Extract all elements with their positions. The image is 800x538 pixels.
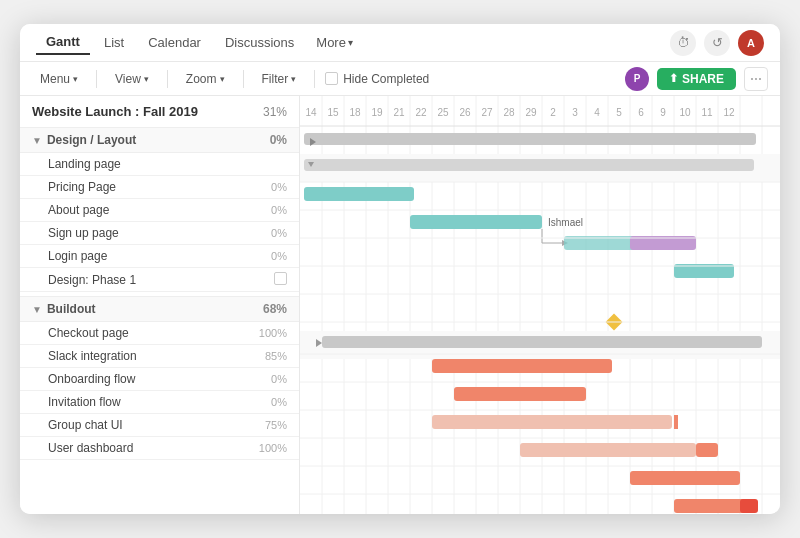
task-user-dashboard[interactable]: User dashboard 100% [20, 437, 299, 460]
svg-rect-43 [304, 133, 756, 145]
task-checkout-pct: 100% [259, 327, 287, 339]
svg-text:21: 21 [393, 107, 405, 118]
tab-more[interactable]: More ▾ [308, 31, 361, 54]
task-signup-pct: 0% [271, 227, 287, 239]
hide-completed-toggle[interactable]: Hide Completed [325, 72, 429, 86]
svg-text:14: 14 [305, 107, 317, 118]
svg-text:27: 27 [481, 107, 493, 118]
group-buildout[interactable]: ▼ Buildout 68% [20, 296, 299, 322]
svg-text:18: 18 [349, 107, 361, 118]
menu-button[interactable]: Menu ▾ [32, 69, 86, 89]
toolbar-divider-3 [243, 70, 244, 88]
task-slack[interactable]: Slack integration 85% [20, 345, 299, 368]
group-buildout-label: ▼ Buildout [32, 302, 96, 316]
task-group-chat[interactable]: Group chat UI 75% [20, 414, 299, 437]
svg-rect-62 [432, 359, 612, 373]
tab-discussions[interactable]: Discussions [215, 31, 304, 54]
svg-text:2: 2 [550, 107, 556, 118]
svg-rect-48 [304, 187, 414, 201]
svg-rect-65 [674, 415, 678, 429]
top-nav-right: ⏱ ↺ A [670, 30, 764, 56]
top-nav: Gantt List Calendar Discussions More ▾ ⏱… [20, 24, 780, 62]
svg-rect-68 [630, 471, 740, 485]
task-onboarding[interactable]: Onboarding flow 0% [20, 368, 299, 391]
task-login[interactable]: Login page 0% [20, 245, 299, 268]
group-design-label: ▼ Design / Layout [32, 133, 136, 147]
svg-text:9: 9 [660, 107, 666, 118]
chevron-down-icon: ▾ [73, 74, 78, 84]
chevron-down-icon: ▾ [220, 74, 225, 84]
task-pricing[interactable]: Pricing Page 0% [20, 176, 299, 199]
share-button[interactable]: ⬆ SHARE [657, 68, 736, 90]
task-login-pct: 0% [271, 250, 287, 262]
task-user-dashboard-pct: 100% [259, 442, 287, 454]
svg-rect-49 [410, 215, 542, 229]
clock-icon-btn[interactable]: ⏱ [670, 30, 696, 56]
svg-text:19: 19 [371, 107, 383, 118]
svg-text:3: 3 [572, 107, 578, 118]
svg-text:6: 6 [638, 107, 644, 118]
zoom-button[interactable]: Zoom ▾ [178, 69, 233, 89]
group-design-arrow: ▼ [32, 135, 42, 146]
svg-rect-63 [454, 387, 586, 401]
task-invitation[interactable]: Invitation flow 0% [20, 391, 299, 414]
project-header: Website Launch : Fall 2019 31% [20, 96, 299, 127]
task-about[interactable]: About page 0% [20, 199, 299, 222]
toolbar-divider-2 [167, 70, 168, 88]
svg-text:12: 12 [723, 107, 735, 118]
toolbar-divider-4 [314, 70, 315, 88]
gantt-chart: 14 15 18 19 21 22 25 26 27 28 29 2 3 4 5… [300, 96, 780, 514]
svg-text:Ishmael: Ishmael [548, 217, 583, 228]
svg-text:4: 4 [594, 107, 600, 118]
project-title: Website Launch : Fall 2019 [32, 104, 198, 119]
toolbar: Menu ▾ View ▾ Zoom ▾ Filter ▾ Hide Compl… [20, 62, 780, 96]
svg-text:26: 26 [459, 107, 471, 118]
project-percent: 31% [263, 105, 287, 119]
group-buildout-arrow: ▼ [32, 304, 42, 315]
svg-text:10: 10 [679, 107, 691, 118]
task-landing[interactable]: Landing page [20, 153, 299, 176]
tab-gantt[interactable]: Gantt [36, 30, 90, 55]
chevron-down-icon: ▾ [291, 74, 296, 84]
filter-button[interactable]: Filter ▾ [254, 69, 305, 89]
view-button[interactable]: View ▾ [107, 69, 157, 89]
toolbar-right: P ⬆ SHARE ⋯ [625, 67, 768, 91]
toolbar-divider-1 [96, 70, 97, 88]
gantt-svg: 14 15 18 19 21 22 25 26 27 28 29 2 3 4 5… [300, 96, 780, 514]
svg-text:25: 25 [437, 107, 449, 118]
svg-text:11: 11 [701, 107, 713, 118]
task-slack-pct: 85% [265, 350, 287, 362]
main-content: Website Launch : Fall 2019 31% ▼ Design … [20, 96, 780, 514]
user-avatar[interactable]: A [738, 30, 764, 56]
svg-text:5: 5 [616, 107, 622, 118]
svg-rect-46 [304, 159, 754, 171]
share-icon: ⬆ [669, 72, 678, 85]
task-design-phase-pct [274, 272, 287, 287]
svg-text:22: 22 [415, 107, 427, 118]
svg-rect-70 [740, 499, 758, 513]
tab-calendar[interactable]: Calendar [138, 31, 211, 54]
tab-list[interactable]: List [94, 31, 134, 54]
collaborator-avatar[interactable]: P [625, 67, 649, 91]
task-design-phase[interactable]: Design: Phase 1 [20, 268, 299, 292]
task-signup[interactable]: Sign up page 0% [20, 222, 299, 245]
options-button[interactable]: ⋯ [744, 67, 768, 91]
refresh-icon-btn[interactable]: ↺ [704, 30, 730, 56]
task-checkout[interactable]: Checkout page 100% [20, 322, 299, 345]
svg-rect-67 [696, 443, 718, 457]
svg-rect-64 [432, 415, 672, 429]
svg-text:29: 29 [525, 107, 537, 118]
group-buildout-percent: 68% [263, 302, 287, 316]
svg-rect-60 [322, 336, 762, 348]
group-design-percent: 0% [270, 133, 287, 147]
svg-rect-66 [520, 443, 696, 457]
task-pricing-pct: 0% [271, 181, 287, 193]
gantt-container: 14 15 18 19 21 22 25 26 27 28 29 2 3 4 5… [300, 96, 780, 514]
task-about-pct: 0% [271, 204, 287, 216]
hide-completed-checkbox[interactable] [325, 72, 338, 85]
svg-text:15: 15 [327, 107, 339, 118]
group-design[interactable]: ▼ Design / Layout 0% [20, 127, 299, 153]
app-window: Gantt List Calendar Discussions More ▾ ⏱… [20, 24, 780, 514]
chevron-down-icon: ▾ [348, 37, 353, 48]
task-onboarding-pct: 0% [271, 373, 287, 385]
